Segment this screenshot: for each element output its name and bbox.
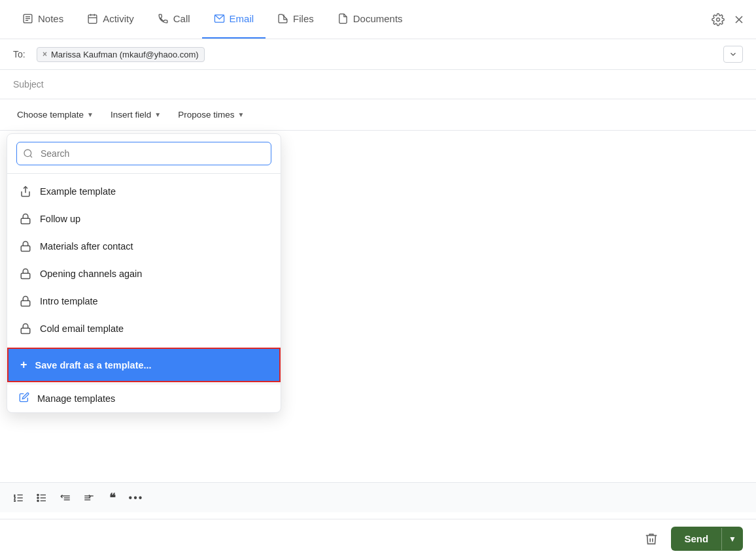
toolbar-row: Choose template ▼ Insert field ▼ Propose…: [0, 99, 756, 131]
to-label: To:: [13, 49, 29, 59]
close-icon[interactable]: [732, 13, 746, 26]
svg-line-13: [30, 156, 32, 157]
search-box: [7, 134, 281, 174]
tab-activity[interactable]: Activity: [75, 0, 146, 39]
recipient-name: Marissa Kaufman (mkauf@yhaoo.com): [51, 50, 199, 59]
svg-point-28: [37, 500, 39, 501]
template-example-icon: [19, 186, 32, 197]
template-list: Example template Follow up: [7, 174, 281, 346]
tab-bar: Notes Activity Call Email Files: [0, 0, 756, 39]
subject-placeholder: Subject: [13, 79, 44, 90]
svg-rect-18: [21, 301, 30, 306]
manage-templates-btn[interactable]: Manage templates: [7, 384, 281, 412]
to-row: To: × Marissa Kaufman (mkauf@yhaoo.com): [0, 39, 756, 70]
template-intro-label: Intro template: [40, 296, 98, 306]
template-dropdown: Example template Follow up: [7, 133, 281, 413]
email-icon: [214, 13, 225, 24]
notes-icon: [22, 13, 33, 24]
plus-icon: +: [20, 358, 27, 372]
numbered-list-btn[interactable]: [8, 487, 29, 508]
lock-icon-opening: [19, 268, 32, 280]
delete-draft-btn[interactable]: [640, 527, 663, 551]
subject-row[interactable]: Subject: [0, 70, 756, 99]
activity-icon: [87, 13, 98, 24]
propose-times-btn[interactable]: Propose times ▼: [171, 106, 250, 123]
tab-email[interactable]: Email: [202, 0, 266, 39]
tab-files-label: Files: [293, 13, 314, 24]
save-draft-label: Save draft as a template...: [35, 360, 152, 370]
svg-point-9: [717, 18, 720, 21]
files-icon: [277, 13, 288, 24]
tab-files[interactable]: Files: [266, 0, 326, 39]
documents-icon: [337, 13, 349, 24]
template-item-materials[interactable]: Materials after contact: [7, 233, 281, 260]
insert-field-label: Insert field: [111, 110, 151, 120]
tab-activity-label: Activity: [103, 13, 134, 24]
send-label: Send: [671, 527, 721, 551]
template-item-opening[interactable]: Opening channels again: [7, 260, 281, 287]
call-icon: [158, 13, 169, 24]
search-icon: [23, 148, 33, 159]
template-item-cold-email[interactable]: Cold email template: [7, 315, 281, 342]
template-example-label: Example template: [40, 186, 116, 197]
indent-btn[interactable]: [78, 487, 99, 508]
blockquote-btn[interactable]: ❝: [102, 487, 123, 508]
editor-toolbar: ❝ •••: [0, 482, 756, 512]
template-item-example[interactable]: Example template: [7, 178, 281, 205]
tab-notes[interactable]: Notes: [10, 0, 75, 39]
svg-rect-16: [21, 246, 30, 251]
template-materials-label: Materials after contact: [40, 241, 133, 252]
template-cold-email-label: Cold email template: [40, 323, 124, 334]
send-button[interactable]: Send ▼: [671, 527, 743, 551]
svg-point-27: [37, 497, 39, 498]
tab-call-label: Call: [173, 13, 190, 24]
svg-rect-4: [88, 15, 97, 24]
lock-icon-cold-email: [19, 323, 32, 335]
tab-notes-label: Notes: [38, 13, 63, 24]
bullet-list-btn[interactable]: [31, 487, 52, 508]
svg-point-26: [37, 494, 39, 495]
lock-icon-intro: [19, 295, 32, 307]
template-item-intro[interactable]: Intro template: [7, 287, 281, 315]
tab-documents[interactable]: Documents: [326, 0, 415, 39]
recipient-remove-btn[interactable]: ×: [43, 50, 47, 59]
template-follow-up-label: Follow up: [40, 214, 80, 224]
svg-point-12: [24, 150, 31, 157]
propose-times-label: Propose times: [178, 110, 234, 120]
insert-field-btn[interactable]: Insert field ▼: [104, 106, 167, 123]
ellipsis-icon: •••: [129, 492, 144, 504]
more-formatting-btn[interactable]: •••: [126, 487, 146, 508]
tab-call[interactable]: Call: [146, 0, 202, 39]
manage-templates-label: Manage templates: [37, 393, 115, 404]
bottom-bar: Send ▼: [0, 519, 756, 558]
lock-icon-followup: [19, 213, 32, 225]
choose-template-label: Choose template: [17, 110, 84, 120]
insert-field-chevron: ▼: [154, 111, 161, 118]
save-draft-btn[interactable]: + Save draft as a template...: [7, 348, 281, 382]
propose-times-chevron: ▼: [237, 111, 244, 118]
send-dropdown-chevron[interactable]: ▼: [721, 528, 743, 550]
tab-email-label: Email: [230, 13, 254, 24]
tab-documents-label: Documents: [353, 13, 403, 24]
outdent-btn[interactable]: [55, 487, 76, 508]
quote-icon: ❝: [109, 491, 116, 505]
svg-rect-17: [21, 273, 30, 278]
lock-icon-materials: [19, 240, 32, 252]
search-input[interactable]: [16, 142, 271, 165]
svg-rect-19: [21, 328, 30, 333]
choose-template-btn[interactable]: Choose template ▼: [10, 106, 100, 123]
choose-template-chevron: ▼: [87, 111, 94, 118]
settings-icon[interactable]: [712, 13, 725, 26]
template-opening-label: Opening channels again: [40, 269, 142, 279]
svg-rect-15: [21, 218, 30, 223]
template-item-follow-up[interactable]: Follow up: [7, 205, 281, 233]
recipient-chip[interactable]: × Marissa Kaufman (mkauf@yhaoo.com): [37, 47, 205, 62]
manage-templates-icon: [19, 392, 29, 404]
to-expand-btn[interactable]: [723, 46, 743, 63]
